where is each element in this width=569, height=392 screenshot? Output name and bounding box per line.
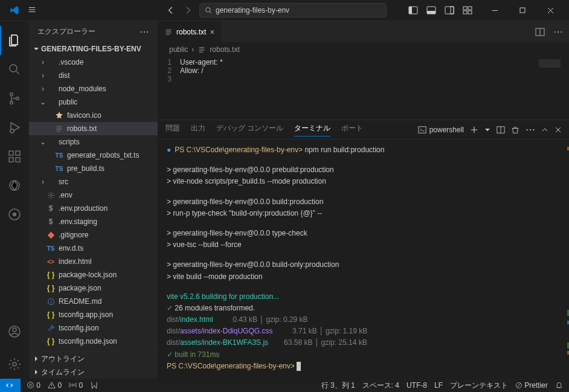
panel-tab-terminal[interactable]: ターミナル	[294, 123, 330, 137]
git-icon	[46, 230, 56, 240]
status-notifications-icon[interactable]	[555, 381, 563, 390]
svg-rect-7	[463, 7, 467, 10]
split-editor-icon[interactable]	[535, 27, 545, 37]
tree-item--env-production[interactable]: $.env.production	[29, 202, 158, 215]
maximize-panel-icon[interactable]	[541, 126, 548, 133]
panel-tab-ports[interactable]: ポート	[341, 123, 363, 136]
terminal-output[interactable]: ●PS C:\VSCode\generating-files-by-env> n…	[158, 140, 569, 379]
folder-root[interactable]: GENERATING-FILES-BY-ENV	[29, 42, 158, 56]
gitlens-activity[interactable]	[0, 200, 29, 229]
accounts-activity[interactable]	[0, 317, 29, 346]
status-live-icon[interactable]	[90, 381, 98, 390]
tree-item-tsconfig-app-json[interactable]: { }tsconfig.app.json	[29, 308, 158, 321]
minimize-button[interactable]	[481, 0, 509, 21]
tree-item-label: .env.staging	[59, 217, 97, 226]
tree-item-env-d-ts[interactable]: TSenv.d.ts	[29, 242, 158, 255]
status-errors[interactable]: 0	[27, 381, 40, 390]
panel-more-icon[interactable]: ⋯	[526, 124, 535, 135]
tree-item--vscode[interactable]: ›.vscode	[29, 56, 158, 69]
status-ports[interactable]: 0	[69, 381, 83, 390]
chevron-right-icon	[33, 368, 40, 376]
toggle-panel-icon[interactable]	[426, 5, 436, 15]
volar-activity[interactable]	[0, 171, 29, 200]
tree-item-public[interactable]: ⌄public	[29, 95, 158, 109]
status-indent[interactable]: スペース: 4	[362, 381, 399, 391]
close-button[interactable]	[536, 0, 564, 21]
toggle-primary-sidebar-icon[interactable]	[408, 5, 418, 15]
terminal-line: > generating-files-by-env@0.0.0 type-che…	[167, 228, 561, 239]
editor-more-icon[interactable]: ⋯	[553, 26, 563, 37]
root-label: GENERATING-FILES-BY-ENV	[41, 45, 141, 53]
tree-item-label: src	[59, 178, 68, 186]
tree-item-package-json[interactable]: { }package.json	[29, 281, 158, 295]
panel-tab-problems[interactable]: 問題	[166, 123, 180, 136]
tree-item--env[interactable]: .env	[29, 188, 158, 202]
tree-item-label: tsconfig.json	[59, 324, 99, 332]
tree-item-node-modules[interactable]: ›node_modules	[29, 82, 158, 95]
outline-section[interactable]: アウトライン	[29, 352, 158, 365]
status-prettier[interactable]: Prettier	[515, 381, 548, 390]
status-warnings[interactable]: 0	[48, 381, 62, 390]
outline-label: アウトライン	[41, 354, 85, 364]
tree-item-favicon-ico[interactable]: favicon.ico	[29, 109, 158, 122]
tree-item-label: .gitignore	[59, 231, 88, 239]
close-panel-icon[interactable]	[555, 126, 562, 133]
remote-button[interactable]	[0, 379, 21, 392]
tree-item-label: pre_build.ts	[67, 164, 104, 173]
tree-item-robots-txt[interactable]: robots.txt	[29, 122, 158, 135]
run-debug-activity[interactable]	[0, 113, 29, 142]
sidebar-more-icon[interactable]: ⋯	[140, 26, 149, 37]
tree-item-src[interactable]: ›src	[29, 175, 158, 188]
settings-activity[interactable]	[0, 350, 29, 379]
svg-point-23	[13, 213, 16, 216]
tree-item-package-lock-json[interactable]: { }package-lock.json	[29, 268, 158, 281]
tree-item-tsconfig-node-json[interactable]: { }tsconfig.node.json	[29, 335, 158, 348]
tree-item-dist[interactable]: ›dist	[29, 69, 158, 82]
tree-item--gitignore[interactable]: .gitignore	[29, 228, 158, 242]
customize-layout-icon[interactable]	[463, 5, 472, 15]
tree-item-label: .env	[59, 191, 72, 199]
menu-icon[interactable]	[28, 5, 36, 16]
minimap[interactable]	[539, 59, 561, 68]
explorer-activity[interactable]	[0, 26, 29, 55]
timeline-section[interactable]: タイムライン	[29, 365, 158, 379]
nav-arrows	[167, 6, 192, 14]
tab-robots-txt[interactable]: robots.txt ×	[158, 21, 222, 42]
tab-close-icon[interactable]: ×	[210, 27, 214, 37]
tree-item--env-staging[interactable]: $.env.staging	[29, 215, 158, 228]
forward-icon[interactable]	[184, 6, 192, 14]
folder-icon	[46, 177, 56, 187]
tree-item-label: dist	[59, 71, 70, 80]
status-cursor[interactable]: 行 3、列 1	[321, 381, 355, 391]
terminal-shell-selector[interactable]: powershell	[418, 126, 464, 134]
breadcrumb-file: robots.txt	[210, 45, 239, 54]
maximize-button[interactable]	[509, 0, 536, 21]
extensions-activity[interactable]	[0, 142, 29, 171]
search-activity[interactable]	[0, 55, 29, 84]
source-control-activity[interactable]	[0, 84, 29, 113]
new-terminal-icon[interactable]	[470, 126, 478, 134]
tree-item-tsconfig-json[interactable]: tsconfig.json	[29, 321, 158, 335]
svg-point-33	[72, 384, 74, 386]
chevron-right-icon: ›	[40, 58, 46, 66]
split-terminal-icon[interactable]	[497, 126, 505, 134]
breadcrumb[interactable]: public › robots.txt	[158, 42, 569, 57]
panel-tab-output[interactable]: 出力	[191, 123, 205, 136]
status-language[interactable]: プレーンテキスト	[450, 381, 508, 391]
breadcrumb-folder: public	[169, 45, 188, 54]
panel-tab-debug[interactable]: デバッグ コンソール	[216, 123, 283, 136]
tree-item-index-html[interactable]: <>index.html	[29, 255, 158, 268]
command-center[interactable]: generating-files-by-env	[199, 3, 387, 18]
terminal-dropdown-icon[interactable]	[484, 127, 490, 133]
tree-item-readme-md[interactable]: README.md	[29, 295, 158, 308]
tree-item-generate-robots-txt-ts[interactable]: TSgenerate_robots_txt.ts	[29, 149, 158, 162]
toggle-secondary-sidebar-icon[interactable]	[445, 5, 454, 15]
info-icon	[46, 297, 56, 306]
editor-area[interactable]: 1User-agent: *2Allow: /3	[158, 57, 569, 120]
tree-item-pre-build-ts[interactable]: TSpre_build.ts	[29, 162, 158, 175]
status-encoding[interactable]: UTF-8	[407, 381, 427, 390]
kill-terminal-icon[interactable]	[511, 126, 519, 134]
status-eol[interactable]: LF	[434, 381, 443, 390]
back-icon[interactable]	[167, 6, 175, 14]
tree-item-scripts[interactable]: ⌄scripts	[29, 135, 158, 149]
